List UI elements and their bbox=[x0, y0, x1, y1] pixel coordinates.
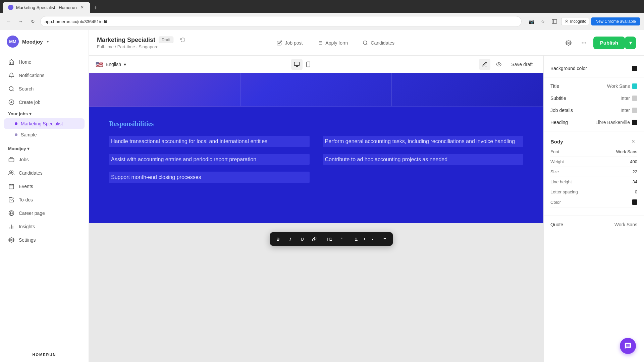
body-section-close-btn[interactable]: ✕ bbox=[629, 137, 637, 145]
line-height-row[interactable]: Line height 34 bbox=[550, 177, 637, 187]
title-typography-row[interactable]: Title Work Sans bbox=[544, 80, 644, 92]
candidates-search-icon bbox=[363, 40, 368, 46]
browser-tabs: Marketing Specialist · Homerun ✕ + bbox=[0, 0, 644, 13]
letter-spacing-row[interactable]: Letter spacing 0 bbox=[550, 187, 637, 197]
save-draft-btn[interactable]: Save draft bbox=[507, 60, 537, 69]
bg-color-value bbox=[632, 66, 637, 71]
back-btn[interactable]: ← bbox=[4, 17, 13, 26]
camera-off-icon[interactable]: 📷 bbox=[527, 17, 536, 26]
heading-label: Heading bbox=[550, 120, 568, 125]
heading-color-swatch[interactable] bbox=[632, 120, 637, 125]
desktop-icon bbox=[294, 61, 300, 67]
search-icon bbox=[8, 85, 15, 92]
publish-btn-group: Publish ▾ bbox=[593, 37, 636, 49]
floating-text-toolbar: B I U H1 " 1. • bbox=[270, 232, 393, 246]
size-row[interactable]: Size 22 bbox=[550, 167, 637, 177]
tab-candidates[interactable]: Candidates bbox=[356, 38, 401, 48]
nav-label-todos: To-dos bbox=[19, 197, 33, 202]
sidebar-nav: Home Notifications Search Create job bbox=[0, 53, 89, 347]
publish-dropdown-btn[interactable]: ▾ bbox=[625, 37, 636, 49]
settings-icon bbox=[8, 237, 15, 243]
ordered-list-btn[interactable]: 1. bbox=[352, 234, 361, 244]
bold-btn[interactable]: B bbox=[273, 234, 283, 244]
your-jobs-header[interactable]: Your jobs ▾ bbox=[4, 109, 85, 118]
sidebar-item-marketing-specialist[interactable]: Marketing Specialist bbox=[4, 118, 85, 129]
subtitle-color-swatch[interactable] bbox=[632, 96, 637, 101]
line-height-label: Line height bbox=[550, 179, 572, 184]
underline-btn[interactable]: U bbox=[298, 234, 307, 244]
address-bar[interactable]: app.homerun.co/job/336451/edit bbox=[40, 16, 522, 27]
pencil-edit-btn[interactable] bbox=[479, 59, 490, 70]
nav-label-notifications: Notifications bbox=[19, 73, 44, 78]
publish-main-btn[interactable]: Publish bbox=[593, 37, 625, 49]
bullet-right-1[interactable]: Contribute to ad hoc accounting projects… bbox=[323, 154, 524, 165]
bullet-left-0[interactable]: Handle transactional accounting for loca… bbox=[109, 136, 310, 147]
sidebar-header: MM Moodjoy ▾ bbox=[0, 30, 89, 53]
new-tab-btn[interactable]: + bbox=[91, 3, 100, 13]
company-section-header[interactable]: Moodjoy ▾ bbox=[4, 144, 85, 153]
bullet-right-0[interactable]: Perform general accounting tasks, includ… bbox=[323, 136, 524, 147]
job-details-color-swatch[interactable] bbox=[632, 108, 637, 113]
nav-item-insights[interactable]: Insights bbox=[4, 220, 85, 233]
tab-job-post[interactable]: Job post bbox=[270, 38, 309, 48]
mobile-view-btn[interactable] bbox=[303, 59, 314, 70]
font-row[interactable]: Font Work Sans bbox=[550, 147, 637, 157]
nav-item-notifications[interactable]: Notifications bbox=[4, 69, 85, 82]
nav-label-home: Home bbox=[19, 59, 31, 65]
sidebar-item-sample[interactable]: Sample bbox=[4, 129, 85, 140]
draft-badge: Draft bbox=[159, 37, 173, 43]
nav-item-career-page[interactable]: Career page bbox=[4, 207, 85, 220]
title-color-swatch[interactable] bbox=[632, 83, 637, 89]
sidebar-toggle-icon[interactable] bbox=[550, 17, 559, 26]
nav-item-settings[interactable]: Settings bbox=[4, 234, 85, 246]
nav-dot bbox=[15, 122, 17, 125]
color-label: Color bbox=[550, 200, 561, 205]
chat-bubble-btn[interactable] bbox=[620, 338, 636, 354]
page-banner bbox=[89, 73, 543, 107]
responsibilities-title[interactable]: Responsibilities bbox=[109, 120, 523, 128]
nav-item-search[interactable]: Search bbox=[4, 82, 85, 95]
preview-btn[interactable] bbox=[493, 59, 504, 70]
bullet-left-2[interactable]: Support month-end closing processes bbox=[109, 172, 310, 183]
job-details-typography-row[interactable]: Job details Inter bbox=[544, 104, 644, 116]
editor-canvas[interactable]: B I U H1 " 1. • bbox=[89, 73, 543, 362]
nav-item-create-job[interactable]: Create job bbox=[4, 96, 85, 109]
nav-item-home[interactable]: Home bbox=[4, 56, 85, 68]
body-color-swatch[interactable] bbox=[632, 199, 637, 205]
language-selector[interactable]: 🇺🇸 English ▾ bbox=[96, 61, 126, 68]
eye-icon bbox=[496, 62, 501, 67]
nav-item-candidates[interactable]: Candidates bbox=[4, 167, 85, 179]
bookmark-icon[interactable]: ☆ bbox=[538, 17, 548, 26]
align-btn[interactable]: ≡ bbox=[380, 234, 389, 244]
settings-gear-btn[interactable] bbox=[562, 37, 575, 49]
nav-item-todos[interactable]: To-dos bbox=[4, 193, 85, 206]
new-chrome-btn[interactable]: New Chrome available bbox=[591, 17, 640, 25]
unordered-list-btn[interactable]: • bbox=[368, 234, 377, 244]
italic-btn[interactable]: I bbox=[285, 234, 295, 244]
forward-btn[interactable]: → bbox=[16, 17, 25, 26]
reload-btn[interactable]: ↻ bbox=[28, 17, 38, 26]
pencil-icon bbox=[482, 62, 487, 67]
heading-typography-row[interactable]: Heading Libre Baskerville bbox=[544, 116, 644, 128]
active-tab[interactable]: Marketing Specialist · Homerun ✕ bbox=[3, 2, 90, 13]
company-dropdown-icon[interactable]: ▾ bbox=[47, 40, 49, 44]
quote-typography-row[interactable]: Quote Work Sans bbox=[544, 219, 644, 231]
nav-item-events[interactable]: Events bbox=[4, 180, 85, 193]
desktop-view-btn[interactable] bbox=[291, 59, 303, 70]
bar-chart-icon bbox=[8, 223, 15, 230]
h1-btn[interactable]: H1 bbox=[325, 234, 334, 244]
job-details-font-name: Inter bbox=[621, 108, 630, 113]
more-options-btn[interactable] bbox=[578, 37, 590, 49]
subtitle-typography-row[interactable]: Subtitle Inter bbox=[544, 92, 644, 104]
tab-apply-form[interactable]: Apply form bbox=[311, 38, 355, 48]
nav-item-jobs[interactable]: Jobs bbox=[4, 153, 85, 166]
bullet-left-1[interactable]: Assist with accounting entries and perio… bbox=[109, 154, 310, 165]
link-btn[interactable] bbox=[310, 234, 319, 244]
weight-row[interactable]: Weight 400 bbox=[550, 157, 637, 167]
tab-close-btn[interactable]: ✕ bbox=[79, 5, 85, 10]
color-row[interactable]: Color bbox=[550, 197, 637, 207]
nav-label-candidates: Candidates bbox=[19, 170, 43, 176]
quote-btn[interactable]: " bbox=[337, 234, 346, 244]
main-content: Marketing Specialist Draft Full-time / P… bbox=[89, 30, 644, 362]
bg-color-swatch[interactable] bbox=[632, 66, 637, 71]
